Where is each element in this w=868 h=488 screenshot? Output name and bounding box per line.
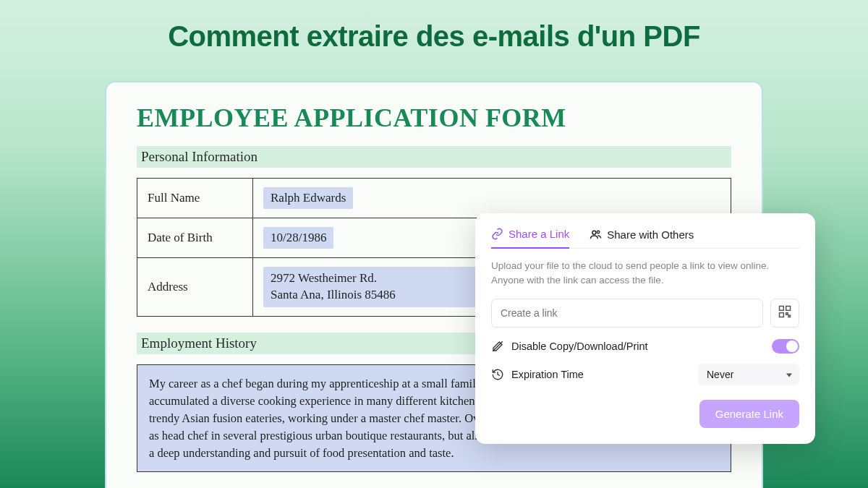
svg-rect-2 bbox=[780, 306, 784, 310]
tab-share-link-label: Share a Link bbox=[509, 228, 569, 240]
svg-rect-4 bbox=[780, 312, 784, 317]
svg-rect-3 bbox=[786, 306, 791, 310]
tab-share-others[interactable]: Share with Others bbox=[590, 228, 694, 248]
disable-copy-toggle[interactable] bbox=[772, 339, 799, 354]
disable-copy-row: Disable Copy/Download/Print bbox=[491, 339, 799, 354]
address-line1: 2972 Westheimer Rd. bbox=[271, 271, 377, 285]
people-icon bbox=[590, 228, 602, 241]
full-name-label: Full Name bbox=[137, 179, 253, 218]
pen-slash-icon bbox=[491, 340, 504, 353]
expiration-select[interactable]: Never bbox=[698, 364, 799, 385]
link-icon bbox=[491, 228, 503, 240]
svg-line-7 bbox=[493, 341, 503, 351]
svg-rect-6 bbox=[788, 315, 791, 317]
share-panel: Share a Link Share with Others Upload yo… bbox=[475, 213, 815, 444]
full-name-value[interactable]: Ralph Edwards bbox=[263, 187, 353, 209]
expiration-row: Expiration Time Never bbox=[491, 364, 799, 385]
qrcode-icon bbox=[778, 304, 792, 322]
full-name-cell: Ralph Edwards bbox=[253, 179, 731, 218]
dob-value[interactable]: 10/28/1986 bbox=[263, 227, 333, 249]
address-label: Address bbox=[137, 258, 253, 317]
link-input[interactable] bbox=[491, 299, 763, 328]
disable-copy-label: Disable Copy/Download/Print bbox=[511, 341, 648, 352]
address-line2: Santa Ana, Illinois 85486 bbox=[271, 288, 396, 301]
clock-history-icon bbox=[491, 368, 504, 381]
link-input-row bbox=[491, 299, 799, 328]
section-personal-info: Personal Information bbox=[137, 146, 731, 168]
svg-rect-5 bbox=[786, 312, 788, 314]
tab-share-link[interactable]: Share a Link bbox=[491, 228, 569, 249]
svg-point-1 bbox=[597, 231, 600, 234]
generate-link-button[interactable]: Generate Link bbox=[699, 400, 799, 428]
page-title: Comment extraire des e-mails d'un PDF bbox=[0, 0, 868, 53]
dob-label: Date of Birth bbox=[137, 218, 253, 258]
table-row: Full Name Ralph Edwards bbox=[137, 179, 731, 218]
share-description: Upload your file to the cloud to send pe… bbox=[491, 259, 799, 288]
tab-share-others-label: Share with Others bbox=[607, 228, 694, 241]
tabs-row: Share a Link Share with Others bbox=[491, 228, 799, 249]
svg-point-0 bbox=[592, 231, 596, 234]
qr-code-button[interactable] bbox=[770, 299, 799, 328]
document-heading: EMPLOYEE APPLICATION FORM bbox=[137, 103, 731, 133]
expiration-label: Expiration Time bbox=[511, 369, 584, 380]
